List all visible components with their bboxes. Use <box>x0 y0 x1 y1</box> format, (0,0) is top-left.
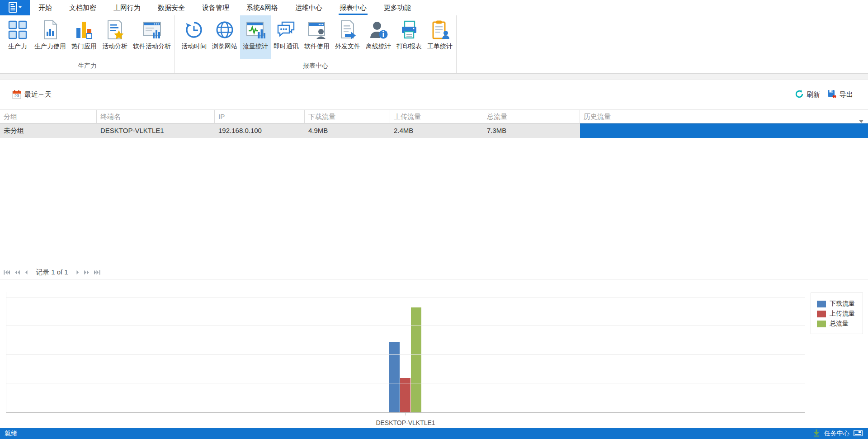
column-header-history-label: 历史流量 <box>584 113 611 120</box>
ribbon-button-outgoing-files[interactable]: 外发文件 <box>332 15 363 59</box>
globe-icon <box>214 19 235 40</box>
calendar-day-text: 23 <box>14 93 19 98</box>
menu-tab-system-network[interactable]: 系统&网络 <box>238 0 287 15</box>
ribbon-button-activity-analysis[interactable]: 活动分析 <box>99 15 130 59</box>
ribbon-bottom-strip <box>0 74 868 80</box>
ribbon-group-label-productivity: 生产力 <box>1 59 174 73</box>
fast-prev-button[interactable] <box>14 270 20 275</box>
legend-swatch <box>817 311 826 317</box>
ribbon-button-label: 浏览网站 <box>212 42 237 51</box>
chart-bar-总流量 <box>411 307 421 412</box>
ribbon-empty-space <box>457 15 868 73</box>
ribbon-button-ticket-statistics[interactable]: 工单统计 <box>425 15 455 59</box>
x-axis-category-label: DESKTOP-VLKTLE1 <box>376 419 435 426</box>
cell-history <box>580 123 868 138</box>
column-header-download[interactable]: 下载流量 <box>305 110 390 123</box>
menu-tab-web-behavior[interactable]: 上网行为 <box>105 0 149 15</box>
menu-tab-device-management[interactable]: 设备管理 <box>193 0 238 15</box>
ribbon-button-label: 生产力 <box>8 42 27 51</box>
chart-gridline <box>6 383 805 383</box>
refresh-button[interactable]: 刷新 <box>795 90 820 100</box>
ribbon-button-label: 工单统计 <box>427 42 453 51</box>
chart-gridline <box>6 354 805 355</box>
column-header-ip[interactable]: IP <box>215 110 305 123</box>
application-window: 开始 文档加密 上网行为 数据安全 设备管理 系统&网络 运维中心 报表中心 更… <box>0 0 868 439</box>
ribbon-button-label: 打印报表 <box>396 42 422 51</box>
column-header-total[interactable]: 总流量 <box>483 110 580 123</box>
chart-bar-group <box>389 307 421 412</box>
ribbon-button-label: 离线统计 <box>366 42 391 51</box>
export-button[interactable]: 导出 <box>827 90 853 100</box>
menu-tab-doc-encryption[interactable]: 文档加密 <box>61 0 105 15</box>
ribbon-button-browse-websites[interactable]: 浏览网站 <box>209 15 240 59</box>
hot-apps-bars-icon <box>74 19 94 40</box>
first-page-button[interactable] <box>4 270 10 275</box>
ribbon-button-productivity[interactable]: 生产力 <box>4 15 32 59</box>
legend-swatch <box>817 321 826 327</box>
fast-next-button[interactable] <box>84 270 90 275</box>
legend-item: 上传流量 <box>817 309 863 319</box>
prev-page-button[interactable] <box>24 270 28 275</box>
menu-tab-report-center[interactable]: 报表中心 <box>331 0 375 15</box>
status-ready-label: 就绪 <box>5 430 17 438</box>
legend-item: 下载流量 <box>817 299 863 309</box>
cell-total: 7.3MB <box>483 123 580 138</box>
last-page-button[interactable] <box>94 270 100 275</box>
column-header-history[interactable]: 历史流量 <box>580 110 868 123</box>
document-star-icon <box>104 19 125 40</box>
task-center-button[interactable]: 任务中心 <box>824 430 849 438</box>
menu-tab-more-features[interactable]: 更多功能 <box>375 0 420 15</box>
report-toolbar: 23 最近三天 刷新 导出 <box>0 80 868 109</box>
pagination-record-label: 记录 1 of 1 <box>36 268 68 277</box>
user-info-icon <box>368 19 389 40</box>
menu-bar: 开始 文档加密 上网行为 数据安全 设备管理 系统&网络 运维中心 报表中心 更… <box>0 0 868 15</box>
ribbon-button-label: 软件使用 <box>304 42 330 51</box>
window-chart-icon <box>142 19 162 40</box>
clipboard-user-icon <box>429 19 450 40</box>
refresh-icon <box>795 90 804 100</box>
ribbon-button-label: 软件活动分析 <box>133 42 171 51</box>
ribbon-button-label: 热门应用 <box>71 42 97 51</box>
cell-group: 未分组 <box>0 123 97 138</box>
ribbon-button-activity-time[interactable]: 活动时间 <box>179 15 209 59</box>
ribbon-button-instant-messaging[interactable]: 即时通讯 <box>271 15 302 59</box>
column-header-group[interactable]: 分组 <box>0 110 97 123</box>
chart-gridline <box>6 326 805 326</box>
ribbon-button-offline-statistics[interactable]: 离线统计 <box>363 15 394 59</box>
chat-bubbles-icon <box>276 19 297 40</box>
table-header-row: 分组 终端名 IP 下载流量 上传流量 总流量 历史流量 <box>0 109 868 123</box>
column-dropdown-icon[interactable] <box>859 114 863 123</box>
download-arrow-icon <box>813 429 820 438</box>
legend-label: 上传流量 <box>830 310 855 318</box>
ribbon-button-print-reports[interactable]: 打印报表 <box>394 15 425 59</box>
menu-tab-start[interactable]: 开始 <box>30 0 61 15</box>
ribbon-button-software-usage[interactable]: 软件使用 <box>302 15 332 59</box>
export-label: 导出 <box>840 90 853 99</box>
ribbon-button-hot-apps[interactable]: 热门应用 <box>69 15 99 59</box>
ribbon-toolbar: 生产力 生产力使用 热门应用 活动分析 软件活动分析 <box>0 15 868 74</box>
column-header-terminal[interactable]: 终端名 <box>97 110 215 123</box>
ribbon-button-productivity-usage[interactable]: 生产力使用 <box>32 15 69 59</box>
legend-item: 总流量 <box>817 319 863 329</box>
ribbon-button-traffic-statistics[interactable]: 流量统计 <box>240 15 271 59</box>
taskbar-window-icon[interactable] <box>854 430 863 438</box>
x-axis-tick <box>406 413 406 415</box>
app-menu-button[interactable] <box>0 0 30 15</box>
table-row[interactable]: 未分组 DESKTOP-VLKTLE1 192.168.0.100 4.9MB … <box>0 123 868 138</box>
cell-terminal: DESKTOP-VLKTLE1 <box>97 123 215 138</box>
calendar-icon: 23 <box>12 90 21 100</box>
next-page-button[interactable] <box>76 270 80 275</box>
ribbon-button-software-activity-analysis[interactable]: 软件活动分析 <box>130 15 174 59</box>
traffic-table: 分组 终端名 IP 下载流量 上传流量 总流量 历史流量 未分组 DESKTOP… <box>0 109 868 138</box>
date-range-filter[interactable]: 23 最近三天 <box>12 90 52 100</box>
menu-tab-ops-center[interactable]: 运维中心 <box>287 0 331 15</box>
legend-swatch <box>817 301 826 307</box>
chart-gridline <box>6 297 805 297</box>
chart-bar-下载流量 <box>389 342 400 412</box>
menu-tab-data-security[interactable]: 数据安全 <box>149 0 193 15</box>
window-user-icon <box>307 19 327 40</box>
printer-icon <box>399 19 420 40</box>
ribbon-group-report-center: 活动时间 浏览网站 流量统计 即时通讯 软件使用 <box>175 15 457 73</box>
column-header-upload[interactable]: 上传流量 <box>390 110 483 123</box>
date-filter-label: 最近三天 <box>24 90 52 99</box>
